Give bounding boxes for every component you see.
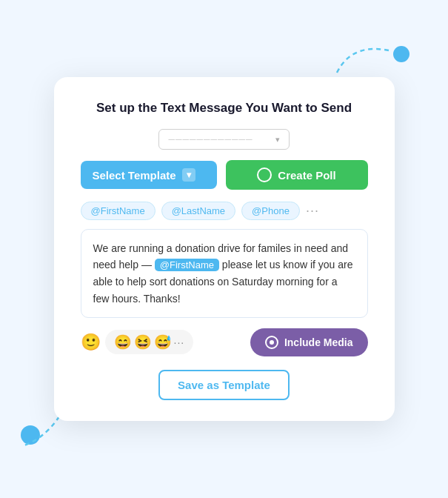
decoration-dot-bottom — [21, 425, 40, 445]
create-poll-button[interactable]: Create Poll — [226, 160, 368, 190]
emoji-panel[interactable]: 😄 😆 😅 ··· — [105, 330, 194, 354]
dropdown-wrapper: ──────────── ▾ — [81, 129, 368, 150]
action-buttons-row: Select Template ▾ Create Poll — [81, 160, 368, 190]
tags-row: @FirstName @LastName @Phone ··· — [81, 202, 368, 220]
media-circle-icon — [265, 336, 278, 349]
message-editor[interactable]: We are running a donation drive for fami… — [81, 229, 368, 318]
select-template-chevron-icon: ▾ — [182, 168, 195, 182]
deco-curve-top — [330, 36, 404, 80]
decoration-dot-top — [393, 46, 409, 62]
select-template-label: Select Template — [93, 169, 176, 182]
emoji-3: 😅 — [154, 333, 172, 351]
emoji-more-dots: ··· — [174, 336, 185, 348]
dropdown-placeholder: ──────────── — [168, 134, 253, 145]
poll-circle-icon — [257, 167, 272, 182]
emoji-2: 😆 — [134, 333, 152, 351]
tag-more-dots[interactable]: ··· — [306, 203, 319, 219]
page-title: Set up the Text Message You Want to Send — [81, 101, 368, 116]
tag-phone[interactable]: @Phone — [241, 202, 300, 220]
select-template-button[interactable]: Select Template ▾ — [81, 161, 217, 189]
chevron-down-icon: ▾ — [275, 135, 280, 145]
save-template-label: Save as Template — [178, 379, 270, 391]
emoji-toolbar: 🙂 😄 😆 😅 ··· Include Media — [81, 328, 368, 356]
message-highlight-tag: @FirstName — [155, 259, 219, 271]
tag-lastname[interactable]: @LastName — [161, 202, 235, 220]
main-card: Set up the Text Message You Want to Send… — [54, 77, 395, 421]
create-poll-label: Create Poll — [278, 169, 335, 182]
emoji-1: 😄 — [114, 333, 132, 351]
emoji-picker-icon[interactable]: 🙂 — [81, 333, 101, 352]
dropdown-select[interactable]: ──────────── ▾ — [158, 129, 289, 150]
include-media-label: Include Media — [284, 336, 353, 348]
tag-firstname[interactable]: @FirstName — [81, 202, 156, 220]
include-media-button[interactable]: Include Media — [250, 328, 368, 356]
save-template-button[interactable]: Save as Template — [158, 370, 290, 400]
